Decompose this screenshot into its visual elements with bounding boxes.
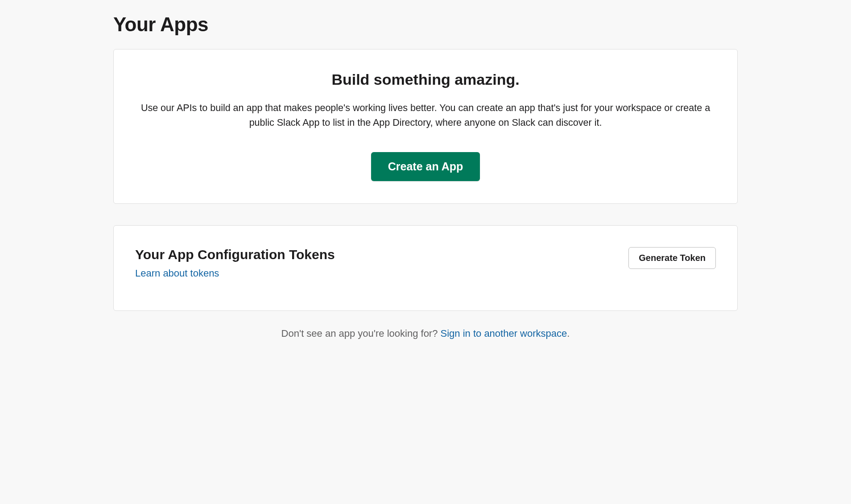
- footer-suffix: .: [567, 328, 570, 339]
- footer-prompt: Don't see an app you're looking for? Sig…: [113, 328, 738, 339]
- learn-about-tokens-link[interactable]: Learn about tokens: [135, 268, 219, 279]
- tokens-title: Your App Configuration Tokens: [135, 247, 628, 262]
- hero-description: Use our APIs to build an app that makes …: [140, 101, 711, 131]
- page-title: Your Apps: [113, 13, 738, 36]
- sign-in-workspace-link[interactable]: Sign in to another workspace: [441, 328, 567, 339]
- generate-token-button[interactable]: Generate Token: [628, 247, 716, 269]
- hero-title: Build something amazing.: [135, 71, 716, 88]
- tokens-info: Your App Configuration Tokens Learn abou…: [135, 247, 628, 279]
- footer-prompt-text: Don't see an app you're looking for?: [281, 328, 441, 339]
- create-app-button[interactable]: Create an App: [371, 152, 480, 181]
- tokens-card: Your App Configuration Tokens Learn abou…: [113, 225, 738, 311]
- hero-card: Build something amazing. Use our APIs to…: [113, 49, 738, 204]
